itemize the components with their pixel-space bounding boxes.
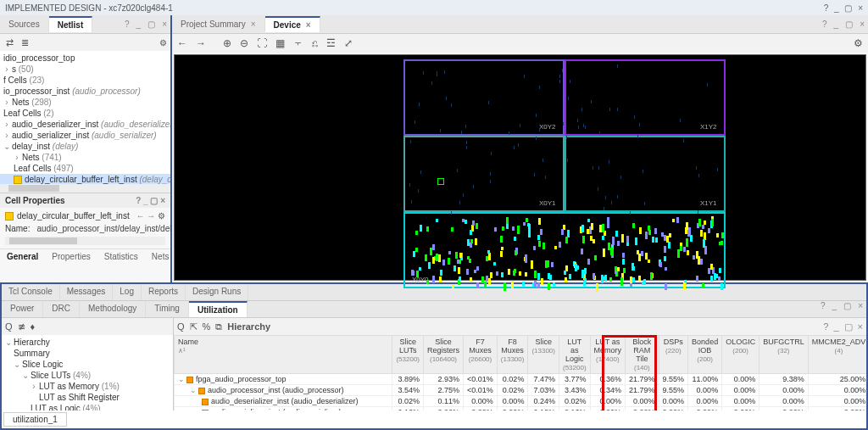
table-row[interactable]: ⌄fpga_audio_processor_top3.89%2.93%<0.01… — [175, 374, 867, 385]
close-icon[interactable]: × — [306, 20, 311, 30]
collapse-icon[interactable]: ⇱ — [190, 321, 198, 332]
select-icon[interactable]: ▦ — [275, 37, 285, 49]
maximize-icon[interactable]: ▢ — [844, 321, 853, 332]
highlight-icon[interactable]: ☲ — [326, 37, 336, 49]
col-header[interactable]: F8 Muxes(13300) — [497, 336, 528, 374]
help-icon[interactable]: ? — [136, 196, 141, 205]
gear-icon[interactable]: ⚙ — [158, 211, 165, 221]
help-icon[interactable]: ? — [121, 20, 133, 29]
device-view[interactable]: X0Y2 X1Y2 X0Y1 X1Y1 X0Y0 — [174, 54, 866, 281]
col-header[interactable]: Bonded IOB(200) — [688, 336, 722, 374]
status-tab[interactable]: utilization_1 — [3, 412, 67, 427]
col-header[interactable]: Slice LUTs(53200) — [392, 336, 424, 374]
filter-icon[interactable]: ≢ — [18, 321, 25, 332]
cell-props-tab[interactable]: General — [0, 249, 45, 282]
expand-icon[interactable]: ≣ — [21, 37, 29, 47]
zoom-fit-icon[interactable]: ⛶ — [257, 37, 267, 49]
inner-tab[interactable]: Methodology — [80, 301, 146, 317]
tab-netlist[interactable]: Netlist — [49, 16, 93, 32]
percent-icon[interactable]: % — [203, 321, 211, 332]
bottom-tab[interactable]: Reports — [142, 284, 186, 300]
table-row[interactable]: ⌄audio_processor_inst (audio_processor)3… — [175, 385, 867, 396]
maximize-icon[interactable]: ▢ — [150, 196, 158, 205]
gear-icon[interactable]: ⚙ — [854, 37, 863, 49]
bottom-tab[interactable]: Tcl Console — [2, 284, 60, 300]
tree-row[interactable]: ›Nets (298) — [0, 97, 170, 108]
tab-sources[interactable]: Sources — [0, 17, 49, 31]
col-header[interactable]: BUFGCTRL(32) — [760, 336, 809, 374]
minimize-icon[interactable]: _ — [829, 301, 841, 317]
util-tree-row[interactable]: ⌄Slice LUTs (4%) — [2, 370, 173, 381]
help-icon[interactable]: ? — [824, 3, 829, 13]
tree-row[interactable]: ›s (50) — [0, 64, 170, 75]
expand-icon[interactable]: ⤢ — [344, 37, 353, 49]
table-row[interactable]: audio_serializer_inst (audio_serializer)… — [175, 407, 867, 411]
gear-icon[interactable]: ⚙ — [159, 38, 167, 47]
util-tree-row[interactable]: ⌄Slice Logic — [2, 359, 173, 370]
close-icon[interactable]: × — [858, 3, 863, 13]
inner-tab[interactable]: DRC — [43, 301, 80, 317]
col-header[interactable]: LUT as Memory(17400) — [590, 336, 626, 374]
minimize-icon[interactable]: _ — [143, 196, 148, 205]
tree-row[interactable]: delay_circular_buffer_left_inst (delay_c… — [0, 174, 170, 184]
tree-row[interactable]: f Cells (23) — [0, 75, 170, 86]
inner-tab[interactable]: Utilization — [189, 301, 248, 317]
tree-row[interactable]: ⌄delay_inst (delay) — [0, 141, 170, 152]
inner-tab[interactable]: Power — [2, 301, 43, 317]
maximize-icon[interactable]: ▢ — [840, 301, 854, 317]
help-icon[interactable]: ? — [817, 301, 829, 317]
maximize-icon[interactable]: ▢ — [842, 20, 856, 29]
util-tree-row[interactable]: Summary — [2, 348, 173, 359]
col-header[interactable]: Slice(13300) — [528, 336, 559, 374]
tree-row[interactable]: ›audio_serializer_inst (audio_serializer… — [0, 130, 170, 141]
minimize-icon[interactable]: _ — [133, 20, 145, 29]
col-header[interactable]: OLOGIC(200) — [722, 336, 760, 374]
cell-props-tab[interactable]: Statistics — [97, 249, 145, 282]
scrollbar[interactable] — [5, 237, 165, 245]
util-left-tree[interactable]: ⌄HierarchySummary⌄Slice Logic⌄Slice LUTs… — [2, 335, 173, 410]
editor-tab[interactable]: Project Summary× — [172, 17, 265, 31]
close-icon[interactable]: × — [251, 20, 256, 29]
utilization-table[interactable]: Name∧¹Slice LUTs(53200)Slice Registers(1… — [174, 335, 866, 410]
help-icon[interactable]: ? — [819, 20, 831, 29]
util-tree-row[interactable]: LUT as Logic (4%) — [2, 403, 173, 410]
maximize-icon[interactable]: ▢ — [144, 20, 159, 29]
collapse-icon[interactable]: ⇄ — [6, 37, 14, 47]
util-tree-row[interactable]: ›LUT as Memory (1%) — [2, 381, 173, 392]
close-icon[interactable]: × — [159, 20, 170, 29]
minimize-icon[interactable]: _ — [831, 20, 843, 29]
close-icon[interactable]: × — [160, 196, 165, 205]
routing-icon[interactable]: ⎌ — [312, 37, 318, 49]
util-tree-row[interactable]: ⌄Hierarchy — [2, 337, 173, 348]
tree-row[interactable]: Leaf Cells (2) — [0, 108, 170, 119]
col-header[interactable]: LUT as Logic(53200) — [559, 336, 590, 374]
scrollbar[interactable] — [0, 184, 170, 193]
zoom-out-icon[interactable]: ⊖ — [240, 37, 248, 49]
ruler-icon[interactable]: ⫟ — [293, 37, 303, 49]
tree-row[interactable]: idio_processor_top — [0, 53, 170, 64]
netlist-tree[interactable]: idio_processor_top›s (50)f Cells (23)io_… — [0, 51, 170, 184]
col-header[interactable]: F7 Muxes(26600) — [464, 336, 498, 374]
maximize-icon[interactable]: ▢ — [844, 3, 852, 13]
bottom-tab[interactable]: Messages — [60, 284, 114, 300]
zoom-in-icon[interactable]: ⊕ — [223, 37, 231, 49]
tree-row[interactable]: ›audio_deserializer_inst (audio_deserial… — [0, 119, 170, 130]
search-icon[interactable]: Q — [177, 321, 185, 332]
next-icon[interactable]: → — [196, 37, 206, 49]
cell-props-tab[interactable]: Nets — [145, 249, 176, 282]
prev-icon[interactable]: ← — [177, 37, 187, 49]
close-icon[interactable]: × — [858, 321, 863, 332]
inner-tab[interactable]: Timing — [146, 301, 189, 317]
table-row[interactable]: audio_deserializer_inst (audio_deseriali… — [175, 396, 867, 407]
col-header[interactable]: MMCME2_ADV(4) — [808, 336, 866, 374]
bottom-tab[interactable]: Log — [113, 284, 142, 300]
hierarchy-icon[interactable]: ⧉ — [215, 321, 222, 332]
close-icon[interactable]: × — [854, 301, 866, 317]
help-icon[interactable]: ? — [823, 321, 828, 332]
search-icon[interactable]: Q — [5, 321, 13, 332]
cell-props-tab[interactable]: Properties — [45, 249, 97, 282]
minimize-icon[interactable]: _ — [834, 3, 839, 13]
minimize-icon[interactable]: _ — [833, 321, 838, 332]
tree-row[interactable]: ›Nets (741) — [0, 152, 170, 163]
next-icon[interactable]: → — [147, 211, 155, 221]
